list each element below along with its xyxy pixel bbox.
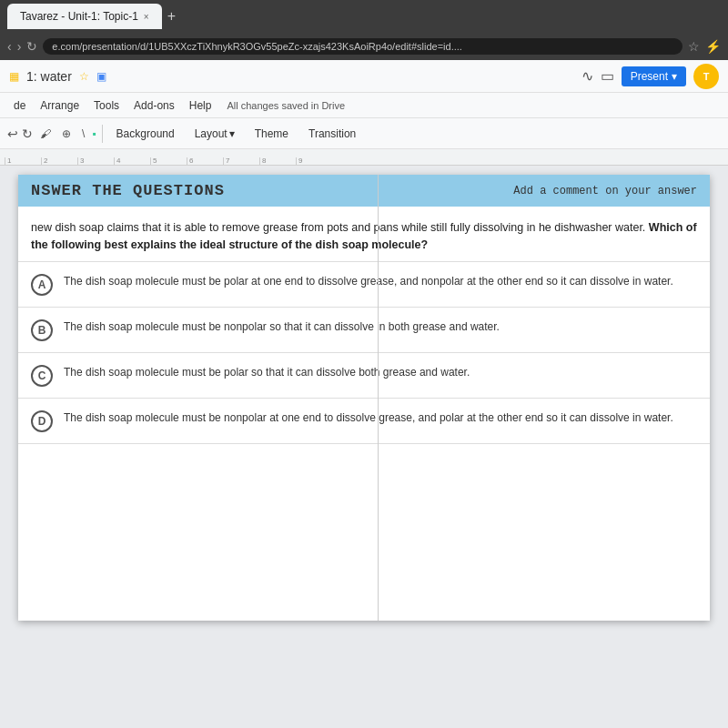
- activity-icon[interactable]: ∿: [581, 67, 593, 85]
- address-bar: ‹ › ↻ ☆ ⚡: [0, 33, 728, 60]
- back-icon[interactable]: ‹: [7, 39, 12, 54]
- question-intro: new dish soap claims that it is able to …: [31, 221, 645, 234]
- menu-bar: de Arrange Tools Add-ons Help All change…: [0, 93, 728, 118]
- answer-option-c[interactable]: C The dish soap molecule must be polar s…: [18, 353, 710, 399]
- menu-tools[interactable]: Tools: [87, 96, 126, 115]
- menu-help[interactable]: Help: [183, 96, 218, 115]
- option-text-a: The dish soap molecule must be polar at …: [64, 273, 697, 289]
- option-circle-d: D: [31, 410, 53, 432]
- ruler-mark-3: 3: [77, 157, 114, 165]
- toolbar: ↩ ↻ 🖌 ⊕ \ ▪ Background Layout ▾ Theme Tr…: [0, 118, 728, 149]
- transition-button[interactable]: Transition: [300, 124, 364, 144]
- autosave-status: All changes saved in Drive: [227, 100, 345, 111]
- drive-icon[interactable]: ▣: [96, 70, 106, 83]
- theme-button[interactable]: Theme: [247, 124, 297, 144]
- ruler-mark-8: 8: [259, 157, 296, 165]
- layout-button[interactable]: Layout ▾: [187, 124, 243, 144]
- url-input[interactable]: [43, 38, 682, 55]
- layout-label: Layout: [195, 127, 228, 140]
- answer-option-d[interactable]: D The dish soap molecule must be nonpola…: [18, 399, 710, 444]
- chat-icon[interactable]: ▭: [601, 67, 614, 85]
- answer-option-b[interactable]: B The dish soap molecule must be nonpola…: [18, 308, 710, 353]
- star-icon[interactable]: ☆: [79, 70, 89, 83]
- option-text-d: The dish soap molecule must be nonpolar …: [64, 410, 697, 426]
- option-circle-c: C: [31, 365, 53, 387]
- menu-de[interactable]: de: [7, 96, 32, 115]
- add-box-icon[interactable]: ▪: [92, 127, 96, 140]
- slide-header: NSWER THE QUESTIONS Add a comment on you…: [18, 175, 710, 207]
- layout-arrow-icon: ▾: [229, 127, 235, 140]
- paint-format-icon[interactable]: 🖌: [36, 127, 55, 140]
- menu-arrange[interactable]: Arrange: [34, 96, 86, 115]
- redo-icon[interactable]: ↻: [22, 126, 33, 141]
- ruler-mark-2: 2: [41, 157, 77, 165]
- option-text-c: The dish soap molecule must be polar so …: [64, 364, 697, 380]
- ruler-mark-5: 5: [150, 157, 187, 165]
- slide-vertical-divider: [378, 175, 379, 621]
- extensions-icon[interactable]: ⚡: [705, 39, 721, 54]
- tab-bar: Tavarez - Unit-1: Topic-1 × +: [7, 0, 176, 33]
- tab-label: Tavarez - Unit-1: Topic-1: [20, 10, 138, 23]
- refresh-icon[interactable]: ↻: [26, 39, 37, 54]
- active-tab[interactable]: Tavarez - Unit-1: Topic-1 ×: [7, 4, 162, 29]
- question-text: new dish soap claims that it is able to …: [18, 207, 710, 262]
- ruler-mark-6: 6: [187, 157, 223, 165]
- ruler-mark-7: 7: [223, 157, 259, 165]
- presentation-title[interactable]: 1: water: [26, 69, 72, 84]
- slide[interactable]: NSWER THE QUESTIONS Add a comment on you…: [18, 175, 710, 621]
- zoom-icon[interactable]: ⊕: [58, 127, 75, 140]
- toolbar-divider: [102, 125, 103, 143]
- ruler-marks: 1 2 3 4 5 6 7 8 9: [5, 149, 332, 165]
- header-icons: ∿ ▭ Present ▾ T: [581, 64, 719, 89]
- answer-option-a[interactable]: A The dish soap molecule must be polar a…: [18, 262, 710, 308]
- bookmark-icon[interactable]: ☆: [688, 39, 700, 54]
- user-avatar[interactable]: T: [693, 64, 719, 89]
- select-icon[interactable]: \: [78, 127, 88, 140]
- ruler-mark-9: 9: [296, 157, 332, 165]
- present-dropdown-icon: ▾: [672, 70, 677, 83]
- ruler-mark-1: 1: [5, 157, 41, 165]
- browser-chrome: Tavarez - Unit-1: Topic-1 × +: [0, 0, 728, 33]
- main-content: NSWER THE QUESTIONS Add a comment on you…: [0, 166, 728, 728]
- background-button[interactable]: Background: [108, 124, 183, 144]
- present-button[interactable]: Present ▾: [622, 66, 686, 86]
- slide-area[interactable]: NSWER THE QUESTIONS Add a comment on you…: [0, 166, 728, 728]
- slide-header-subtitle: Add a comment on your answer: [513, 185, 697, 197]
- option-text-b: The dish soap molecule must be nonpolar …: [64, 318, 697, 335]
- option-circle-b: B: [31, 319, 53, 341]
- new-tab-button[interactable]: +: [167, 8, 176, 25]
- tab-close-button[interactable]: ×: [144, 12, 149, 22]
- undo-icon[interactable]: ↩: [7, 126, 18, 141]
- ruler: 1 2 3 4 5 6 7 8 9: [0, 149, 728, 166]
- menu-addons[interactable]: Add-ons: [127, 96, 181, 115]
- slide-header-title: NSWER THE QUESTIONS: [31, 182, 225, 199]
- slides-titlebar: ▦ 1: water ☆ ▣ ∿ ▭ Present ▾ T: [0, 60, 728, 93]
- ruler-mark-4: 4: [114, 157, 150, 165]
- option-circle-a: A: [31, 274, 53, 296]
- slides-logo-icon: ▦: [9, 70, 19, 83]
- present-label: Present: [631, 70, 668, 83]
- forward-icon[interactable]: ›: [17, 39, 22, 54]
